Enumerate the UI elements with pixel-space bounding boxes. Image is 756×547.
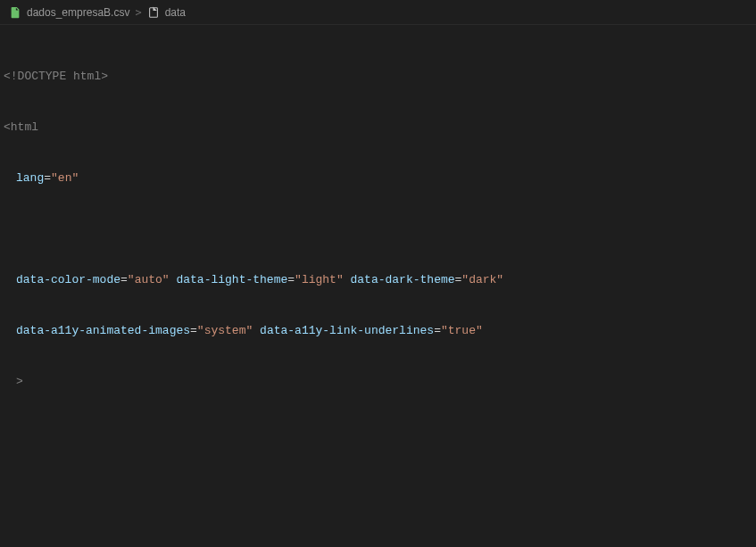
code-line: <html: [4, 119, 756, 136]
code-line: [4, 526, 756, 543]
editor-area[interactable]: <!DOCTYPE html> <html lang="en" data-col…: [0, 25, 756, 547]
code-line: data-color-mode="auto" data-light-theme=…: [4, 271, 756, 288]
breadcrumb-file[interactable]: dados_empresaB.csv: [27, 6, 129, 19]
breadcrumb-symbol[interactable]: data: [165, 6, 186, 19]
csv-file-icon: [9, 6, 21, 19]
code-line: data-a11y-animated-images="system" data-…: [4, 322, 756, 339]
breadcrumb: dados_empresaB.csv > data: [0, 0, 756, 25]
code-line: [4, 475, 756, 492]
code-line: <!DOCTYPE html>: [4, 68, 756, 85]
code-line: [4, 424, 756, 441]
chevron-right-icon: >: [135, 6, 141, 19]
code-line: lang="en": [4, 170, 756, 186]
code-line: [4, 220, 756, 237]
symbol-icon: [147, 6, 160, 19]
code-line: >: [4, 373, 756, 390]
